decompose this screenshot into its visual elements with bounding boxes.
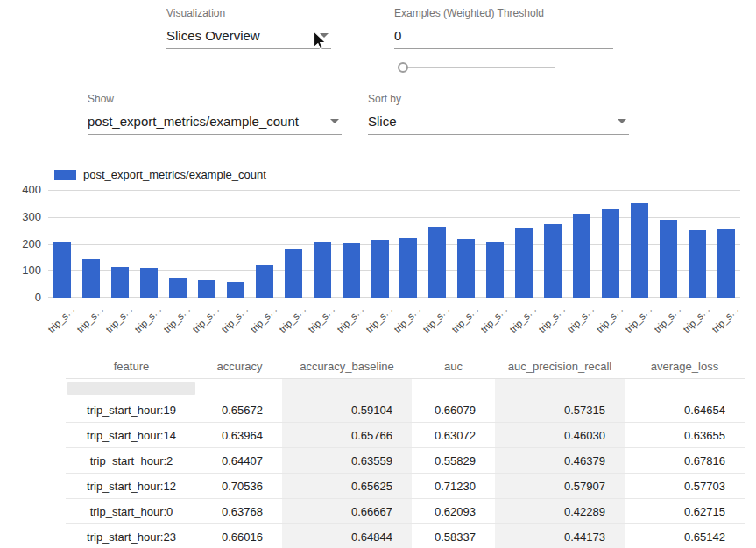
table-row[interactable]: trip_start_hour:190.656720.591040.660790… <box>66 397 745 423</box>
bar-16[interactable] <box>515 228 533 298</box>
bar-6[interactable] <box>227 282 244 298</box>
metric-cell: 0.70536 <box>197 474 282 498</box>
threshold-input[interactable]: 0 <box>394 28 613 49</box>
filter-cell <box>66 379 197 397</box>
bar-18[interactable] <box>573 214 590 298</box>
bar-23[interactable] <box>717 229 735 298</box>
sort-by-value: Slice <box>368 114 397 129</box>
column-header-auc_precision_recall[interactable]: auc_precision_recall <box>495 354 625 378</box>
threshold-label: Examples (Weighted) Threshold <box>394 7 613 19</box>
bar-0[interactable] <box>53 242 71 298</box>
metric-cell: 0.66079 <box>412 397 495 422</box>
visualization-label: Visualization <box>166 7 331 19</box>
bar-5[interactable] <box>198 280 215 298</box>
bar-21[interactable] <box>660 220 677 298</box>
bar-9[interactable] <box>314 242 331 298</box>
chart-plot <box>48 190 740 298</box>
bar-10[interactable] <box>343 243 360 298</box>
threshold-slider[interactable] <box>396 61 555 74</box>
show-select[interactable]: post_export_metrics/example_count <box>88 114 342 135</box>
chevron-down-icon[interactable] <box>618 119 626 123</box>
metric-cell: 0.63768 <box>197 499 282 523</box>
metric-cell: 0.63964 <box>197 423 282 447</box>
metric-cell: 0.62093 <box>412 499 495 523</box>
y-axis-tick-label: 300 <box>0 210 41 224</box>
slider-thumb-icon[interactable] <box>398 62 408 73</box>
metric-cell: 0.65625 <box>282 474 412 498</box>
bar-12[interactable] <box>399 238 417 298</box>
bar-15[interactable] <box>486 242 504 298</box>
feature-cell: trip_start_hour:2 <box>66 448 197 473</box>
table-header-row: featureaccuracyaccuracy_baselineaucauc_p… <box>66 354 745 379</box>
metric-cell: 0.62715 <box>625 499 745 523</box>
filter-cell <box>412 379 495 397</box>
metric-cell: 0.57703 <box>625 474 745 498</box>
y-axis-tick-label: 200 <box>0 237 41 251</box>
metric-cell: 0.64844 <box>282 524 412 548</box>
feature-cell: trip_start_hour:14 <box>66 423 197 447</box>
metric-cell: 0.63559 <box>282 448 412 473</box>
chart-legend: post_export_metrics/example_count <box>54 168 266 181</box>
metric-cell: 0.59104 <box>282 397 412 422</box>
table-row[interactable]: trip_start_hour:20.644070.635590.558290.… <box>66 448 745 474</box>
metric-cell: 0.58337 <box>412 524 495 548</box>
metric-cell: 0.66016 <box>197 524 282 548</box>
column-header-auc[interactable]: auc <box>412 354 495 378</box>
visualization-dropdown[interactable]: Visualization Slices Overview <box>166 7 331 49</box>
sort-by-select[interactable]: Slice <box>368 114 629 135</box>
table-row[interactable]: trip_start_hour:00.637680.666670.620930.… <box>66 499 745 524</box>
threshold-value: 0 <box>394 28 401 43</box>
column-header-average_loss[interactable]: average_loss <box>625 354 745 378</box>
threshold-control: Examples (Weighted) Threshold 0 <box>394 7 613 49</box>
feature-cell: trip_start_hour:0 <box>66 499 197 523</box>
column-header-accuracy[interactable]: accuracy <box>197 354 282 378</box>
bar-1[interactable] <box>82 259 100 298</box>
metric-cell: 0.46030 <box>495 423 625 447</box>
bar-20[interactable] <box>631 203 648 298</box>
chevron-down-icon[interactable] <box>330 119 339 123</box>
bar-7[interactable] <box>256 265 273 298</box>
slices-overview-page: Visualization Slices Overview Examples (… <box>0 0 756 548</box>
slider-track[interactable] <box>403 67 555 68</box>
bar-14[interactable] <box>457 239 475 298</box>
bar-2[interactable] <box>111 267 129 298</box>
table-row[interactable]: trip_start_hour:120.705360.656250.712300… <box>66 474 745 499</box>
metric-cell: 0.63655 <box>625 423 745 447</box>
bar-8[interactable] <box>285 249 302 298</box>
metric-cell: 0.65142 <box>625 524 745 548</box>
filter-cell <box>495 379 625 397</box>
feature-cell: trip_start_hour:19 <box>66 397 197 422</box>
bar-13[interactable] <box>428 227 446 298</box>
bar-17[interactable] <box>544 224 562 298</box>
bar-22[interactable] <box>689 230 706 298</box>
metric-cell: 0.65766 <box>282 423 412 447</box>
sort-by-label: Sort by <box>368 93 629 105</box>
visualization-value: Slices Overview <box>166 28 260 43</box>
table-row[interactable]: trip_start_hour:230.660160.648440.583370… <box>66 524 745 548</box>
bar-11[interactable] <box>371 240 389 298</box>
bar-3[interactable] <box>140 268 158 298</box>
metric-cell: 0.44173 <box>495 524 625 548</box>
chevron-down-icon[interactable] <box>320 33 329 38</box>
metric-cell: 0.63072 <box>412 423 495 447</box>
table-row[interactable]: trip_start_hour:140.639640.657660.630720… <box>66 423 745 448</box>
metric-cell: 0.46379 <box>495 448 625 473</box>
feature-cell: trip_start_hour:12 <box>66 474 197 498</box>
bar-4[interactable] <box>169 278 187 298</box>
metric-cell: 0.55829 <box>412 448 495 473</box>
feature-filter-input[interactable] <box>67 382 195 395</box>
metric-cell: 0.67816 <box>625 448 745 473</box>
y-axis-tick-label: 0 <box>0 291 41 305</box>
metric-cell: 0.57907 <box>495 474 625 498</box>
sort-by-dropdown[interactable]: Sort by Slice <box>368 93 629 135</box>
show-dropdown[interactable]: Show post_export_metrics/example_count <box>88 93 342 135</box>
column-header-feature[interactable]: feature <box>66 354 197 378</box>
metric-cell: 0.64407 <box>197 448 282 473</box>
visualization-select[interactable]: Slices Overview <box>166 28 331 49</box>
filter-cell <box>197 379 282 397</box>
filter-cell <box>625 379 745 397</box>
bar-19[interactable] <box>602 209 619 298</box>
metric-cell: 0.71230 <box>412 474 495 498</box>
column-header-accuracy_baseline[interactable]: accuracy_baseline <box>282 354 412 378</box>
feature-cell: trip_start_hour:23 <box>66 524 197 548</box>
